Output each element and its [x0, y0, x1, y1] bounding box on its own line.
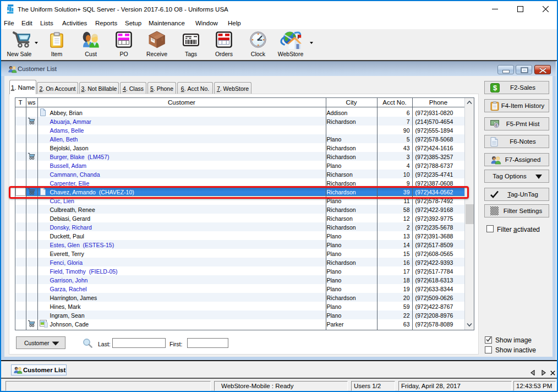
svg-text:$: $ [493, 84, 497, 92]
svg-text:¢: ¢ [495, 123, 497, 128]
